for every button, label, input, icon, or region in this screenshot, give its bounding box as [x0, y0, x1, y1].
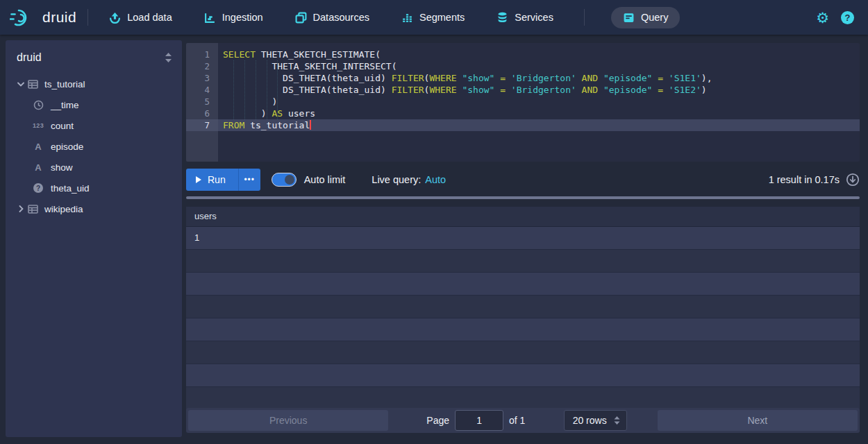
nav-item-query-active[interactable]: Query: [611, 7, 681, 28]
code-line-2[interactable]: THETA_SKETCH_INTERSECT(: [218, 60, 860, 72]
sql-string: 'Bridgerton': [511, 85, 576, 95]
top-navbar: druid Load data Ingestion Datasources: [0, 0, 868, 35]
nav-item-services[interactable]: Services: [496, 12, 553, 24]
select-caret-icon: [614, 416, 620, 425]
schema-sidebar: druid ts_tutorial __time: [6, 40, 182, 437]
tree-column-count[interactable]: 123 count: [6, 115, 182, 136]
toggle-knob: [285, 175, 294, 185]
nav-item-ingestion[interactable]: Ingestion: [204, 12, 263, 24]
tree-column-show[interactable]: A show: [6, 157, 182, 178]
nav-item-segments[interactable]: Segments: [401, 12, 465, 24]
nav-item-load-data[interactable]: Load data: [109, 12, 172, 24]
sql-string: "show": [462, 85, 494, 95]
pagination-prev-section: Previous: [188, 410, 388, 431]
auto-limit-label: Auto limit: [304, 174, 346, 185]
tree-column-time[interactable]: __time: [6, 94, 182, 115]
nav-item-label: Query: [641, 12, 669, 23]
page-of-label: of 1: [509, 415, 525, 426]
line-number: 5: [186, 96, 218, 108]
nav-items: Load data Ingestion Datasources Segments: [109, 12, 553, 24]
pagination-center-section: Page of 1 20 rows: [388, 410, 657, 431]
code-line-6[interactable]: ) AS users: [218, 108, 860, 119]
sql-keyword: AS: [272, 108, 283, 119]
auto-limit-toggle[interactable]: [272, 173, 297, 187]
sql-text: THETA_SKETCH_INTERSECT(: [223, 61, 397, 71]
console-icon: [623, 12, 635, 24]
segments-bars-icon: [401, 12, 413, 24]
column-name: count: [51, 121, 74, 131]
table-row[interactable]: [186, 250, 860, 273]
sort-icon[interactable]: [165, 53, 172, 62]
previous-button[interactable]: Previous: [188, 410, 388, 431]
sql-keyword: AND: [582, 73, 598, 83]
code-area[interactable]: SELECT THETA_SKETCH_ESTIMATE( THETA_SKET…: [218, 43, 860, 162]
sql-text: [663, 73, 669, 83]
code-lines: SELECT THETA_SKETCH_ESTIMATE( THETA_SKET…: [218, 49, 860, 131]
schema-tree: ts_tutorial __time 123 count A episode A…: [6, 74, 182, 219]
next-button[interactable]: Next: [658, 410, 858, 431]
schema-name: druid: [17, 51, 42, 64]
sql-keyword: SELECT: [223, 49, 256, 60]
help-icon[interactable]: ?: [841, 11, 854, 24]
page-size-select[interactable]: 20 rows: [564, 410, 627, 431]
sql-keyword: =: [500, 73, 506, 83]
editor-gutter: 1234567: [186, 43, 218, 162]
sql-keyword: =: [658, 85, 663, 95]
tree-column-theta-uid[interactable]: ? theta_uid: [6, 178, 182, 198]
sql-text: ): [223, 96, 277, 107]
ingestion-chart-icon: [204, 12, 216, 24]
live-query-value[interactable]: Auto: [425, 174, 446, 185]
sql-keyword: FILTER: [392, 85, 424, 95]
table-row[interactable]: [186, 296, 860, 318]
nav-item-datasources[interactable]: Datasources: [295, 12, 369, 24]
tree-table-wikipedia[interactable]: wikipedia: [6, 198, 182, 219]
settings-gear-icon[interactable]: ⚙: [816, 10, 829, 25]
code-line-1[interactable]: SELECT THETA_SKETCH_ESTIMATE(: [218, 49, 860, 60]
pagination-next-section: Next: [658, 410, 858, 431]
code-line-7[interactable]: FROM ts_tutorial: [218, 119, 860, 131]
page-number-input[interactable]: [455, 410, 503, 431]
column-header-users[interactable]: users: [186, 207, 860, 227]
sql-string: "episode": [603, 73, 652, 83]
sql-string: 'Bridgerton': [511, 73, 576, 83]
nav-divider: [584, 9, 585, 26]
table-row[interactable]: [186, 341, 860, 364]
table-row[interactable]: [186, 364, 860, 387]
chevron-down-icon[interactable]: [15, 82, 26, 87]
sql-string: 'S1E2': [669, 85, 701, 95]
page-group: Page of 1: [426, 410, 525, 431]
code-line-3[interactable]: DS_THETA(theta_uid) FILTER(WHERE "show" …: [218, 72, 860, 84]
run-button[interactable]: Run: [186, 169, 238, 191]
druid-swirl-icon: [10, 8, 36, 27]
sql-string: 'S1E1': [669, 73, 701, 83]
more-options-button[interactable]: •••: [238, 169, 260, 191]
live-query-label: Live query:: [372, 174, 421, 185]
sql-text: [506, 73, 511, 83]
table-row[interactable]: 1: [186, 227, 860, 250]
line-number: 1: [186, 49, 218, 60]
column-name: __time: [51, 100, 79, 110]
resize-splitter[interactable]: [186, 196, 860, 199]
sql-string: "show": [462, 73, 494, 83]
line-number: 2: [186, 60, 218, 72]
druid-logo[interactable]: druid: [10, 8, 76, 27]
line-number: 6: [186, 108, 218, 119]
sql-text: [663, 85, 669, 95]
table-row[interactable]: [186, 318, 860, 341]
sql-editor[interactable]: 1234567 SELECT THETA_SKETCH_ESTIMATE( TH…: [186, 43, 860, 162]
sql-keyword: =: [658, 73, 663, 83]
tree-column-episode[interactable]: A episode: [6, 136, 182, 157]
sql-text: users: [283, 108, 315, 119]
chevron-right-icon[interactable]: [15, 205, 26, 212]
sql-keyword: WHERE: [429, 85, 456, 95]
nav-item-label: Load data: [127, 12, 172, 23]
nav-item-label: Services: [515, 12, 553, 23]
string-type-icon: A: [32, 162, 44, 173]
tree-table-ts-tutorial[interactable]: ts_tutorial: [6, 74, 182, 94]
table-row[interactable]: [186, 273, 860, 296]
code-line-5[interactable]: ): [218, 96, 860, 108]
druid-console: druid Load data Ingestion Datasources: [0, 0, 868, 444]
table-row[interactable]: [186, 387, 860, 410]
download-icon[interactable]: [846, 173, 860, 187]
code-line-4[interactable]: DS_THETA(theta_uid) FILTER(WHERE "show" …: [218, 84, 860, 96]
